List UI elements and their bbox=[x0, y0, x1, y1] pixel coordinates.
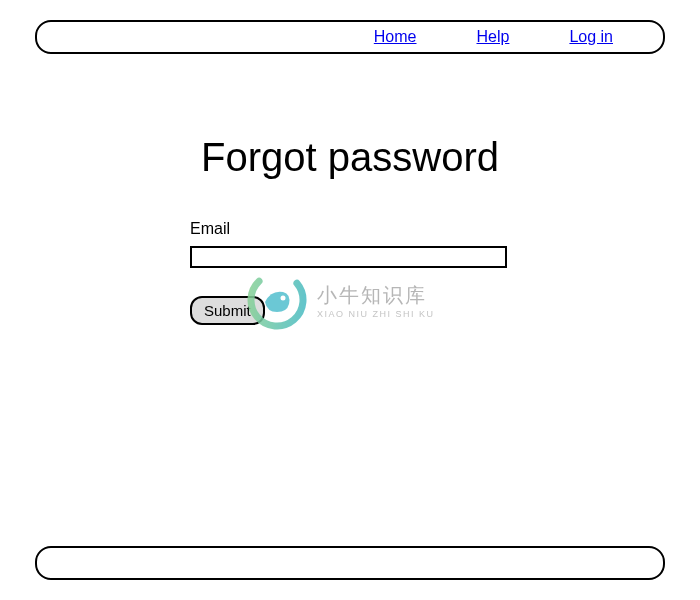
submit-button[interactable]: Submit bbox=[190, 296, 265, 325]
footer-bar bbox=[35, 546, 665, 580]
header-bar: Home Help Log in bbox=[35, 20, 665, 54]
page-title: Forgot password bbox=[0, 135, 700, 180]
nav-login-link[interactable]: Log in bbox=[569, 28, 613, 46]
email-label: Email bbox=[190, 220, 510, 238]
nav-help-link[interactable]: Help bbox=[477, 28, 510, 46]
forgot-password-form: Email Submit bbox=[190, 220, 510, 325]
email-field[interactable] bbox=[190, 246, 507, 268]
nav-home-link[interactable]: Home bbox=[374, 28, 417, 46]
